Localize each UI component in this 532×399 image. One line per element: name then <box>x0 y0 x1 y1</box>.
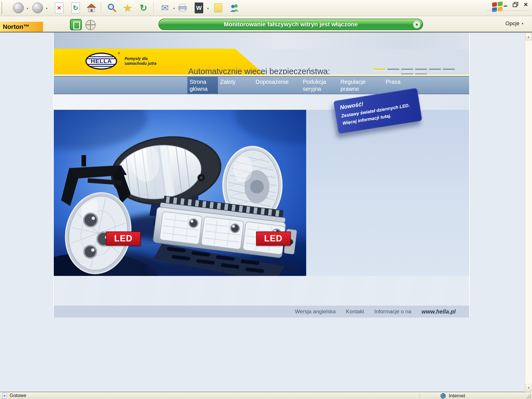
norton-brand: Norton™ <box>0 22 43 32</box>
mail-dropdown-icon[interactable] <box>172 6 176 11</box>
minimize-icon[interactable] <box>501 1 509 8</box>
word-glyph <box>195 3 203 13</box>
close-icon[interactable] <box>522 1 530 8</box>
history-icon[interactable] <box>137 1 150 14</box>
norton-options-button[interactable]: Opcje <box>505 20 523 27</box>
nav-item-zalety[interactable]: Zalety <box>218 77 239 94</box>
favorites-icon[interactable] <box>121 1 134 14</box>
status-separator <box>420 393 420 398</box>
search-icon[interactable] <box>105 1 118 14</box>
vertical-scrollbar[interactable] <box>525 33 532 392</box>
messenger-glyph <box>230 3 239 12</box>
mail-icon[interactable] <box>158 1 171 14</box>
browser-toolbar <box>0 0 532 16</box>
restore-icon[interactable] <box>512 1 520 8</box>
nav-item-regulacje-prawne[interactable]: Regulacje prawne <box>338 77 370 94</box>
forward-icon[interactable] <box>31 1 44 14</box>
window-controls <box>501 1 530 8</box>
star-glyph <box>123 2 132 14</box>
chevron-down-icon <box>522 22 524 25</box>
internet-globe-icon <box>440 393 446 399</box>
norton-dropdown-icon[interactable] <box>413 21 421 28</box>
led-badge-left: LED <box>106 231 141 246</box>
history-glyph <box>140 3 147 13</box>
status-bar: Gotowe Internet <box>0 392 532 399</box>
registered-mark: ® <box>118 52 120 55</box>
norton-globe-icon[interactable] <box>85 20 96 30</box>
stop-glyph <box>55 3 63 13</box>
hella-tagline: Pomysły dla samochodu jutra <box>125 56 156 66</box>
home-icon[interactable] <box>85 1 98 14</box>
back-icon[interactable] <box>12 1 25 14</box>
nav-item-doposazenie[interactable]: Doposażenie <box>253 77 292 94</box>
hella-logo-text: HELLA <box>91 58 112 65</box>
notes-icon[interactable] <box>212 1 225 14</box>
norton-identity-icon[interactable] <box>70 19 82 30</box>
stop-icon[interactable] <box>53 1 66 14</box>
window-groove <box>487 10 530 11</box>
forward-dropdown-icon[interactable] <box>45 6 49 11</box>
status-text: Gotowe <box>10 393 26 398</box>
tagline-line2: samochodu jutra <box>125 61 156 66</box>
browser-viewport: HELLA ® Pomysły dla samochodu jutra Auto… <box>0 33 532 392</box>
norton-phishing-status-text: Monitorowanie fałszywych witryn jest włą… <box>224 21 358 28</box>
header-top-band <box>54 33 469 49</box>
print-icon[interactable] <box>176 1 189 14</box>
refresh-glyph <box>71 3 80 13</box>
ie-page-icon <box>2 393 7 398</box>
nav-item-strona-glowna[interactable]: Strona główna <box>187 77 218 94</box>
footer-bar: Wersja angielska Kontakt Informacje o na… <box>54 306 469 318</box>
print-glyph <box>178 4 187 12</box>
home-glyph <box>86 3 96 13</box>
messenger-icon[interactable] <box>228 1 241 14</box>
lower-band <box>54 276 469 306</box>
led-badge-right: LED <box>256 231 291 246</box>
norton-phishing-status-button[interactable]: Monitorowanie fałszywych witryn jest włą… <box>158 19 423 30</box>
back-arrow-icon <box>13 3 24 13</box>
footer-link-english[interactable]: Wersja angielska <box>295 308 336 315</box>
tagline-line1: Pomysły dla <box>125 56 156 61</box>
resize-grip[interactable] <box>526 393 531 398</box>
header-banner: HELLA ® Pomysły dla samochodu jutra Auto… <box>54 49 469 74</box>
status-zone: Internet <box>440 392 465 399</box>
hero-photo-graphic <box>54 110 306 276</box>
forward-arrow-icon <box>32 3 43 13</box>
norton-options-label: Opcje <box>505 20 520 27</box>
footer-link-kontakt[interactable]: Kontakt <box>346 308 364 315</box>
scroll-down-icon[interactable] <box>525 384 532 391</box>
back-dropdown-icon[interactable] <box>25 6 29 11</box>
scroll-up-icon[interactable] <box>525 33 532 40</box>
hella-logo[interactable]: HELLA <box>85 53 117 70</box>
refresh-icon[interactable] <box>69 1 82 14</box>
status-zone-text: Internet <box>449 393 465 399</box>
hero-photo: LED LED <box>54 110 306 276</box>
nav-item-podukcja-seryjna[interactable]: Podukcja seryjna <box>301 77 331 94</box>
norton-toolbar: Norton™ Monitorowanie fałszywych witryn … <box>0 16 532 33</box>
right-panel <box>306 110 469 276</box>
toolbar-separator <box>101 2 101 14</box>
toolbar-grip[interactable] <box>1 2 2 14</box>
mail-glyph <box>161 3 169 13</box>
footer-site-link[interactable]: www.hella.pl <box>422 308 456 315</box>
search-glyph <box>107 3 117 13</box>
page-content: HELLA ® Pomysły dla samochodu jutra Auto… <box>53 33 470 318</box>
footer-link-informacje[interactable]: Informacje o na <box>374 308 411 315</box>
edit-icon[interactable] <box>192 1 205 14</box>
toolbar-separator <box>153 2 154 14</box>
edit-dropdown-icon[interactable] <box>206 6 210 11</box>
note-glyph <box>214 3 222 12</box>
